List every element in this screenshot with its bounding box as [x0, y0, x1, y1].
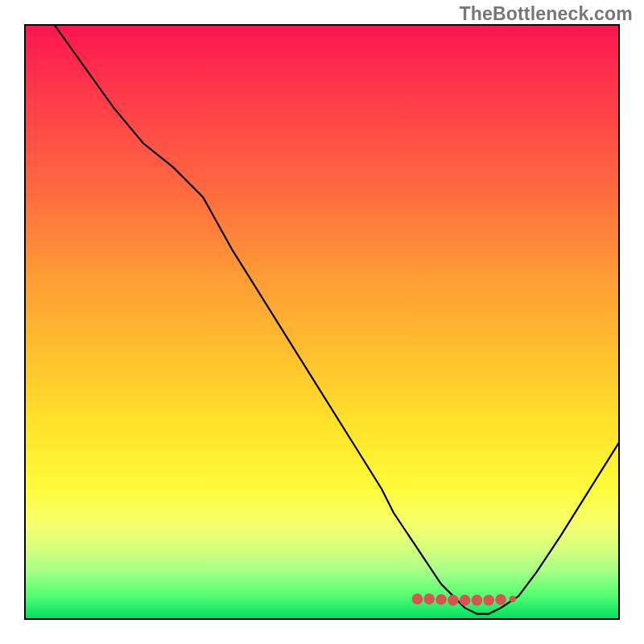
- sweet-spot-dot: [460, 595, 471, 606]
- sweet-spot-dot: [495, 594, 506, 605]
- sweet-spot-dot: [423, 593, 435, 605]
- sweet-spot-dot: [448, 595, 459, 606]
- sweet-spot-dot: [412, 593, 423, 605]
- sweet-spot-dot: [510, 596, 516, 602]
- sweet-spot-dot: [472, 595, 483, 606]
- sweet-spot-dot: [436, 594, 447, 605]
- sweet-spot-dot: [483, 595, 494, 606]
- watermark-text: TheBottleneck.com: [459, 3, 633, 25]
- sweet-spot-dots: [412, 593, 516, 605]
- chart-container: TheBottleneck.com: [0, 0, 644, 644]
- dots-layer: [24, 24, 620, 620]
